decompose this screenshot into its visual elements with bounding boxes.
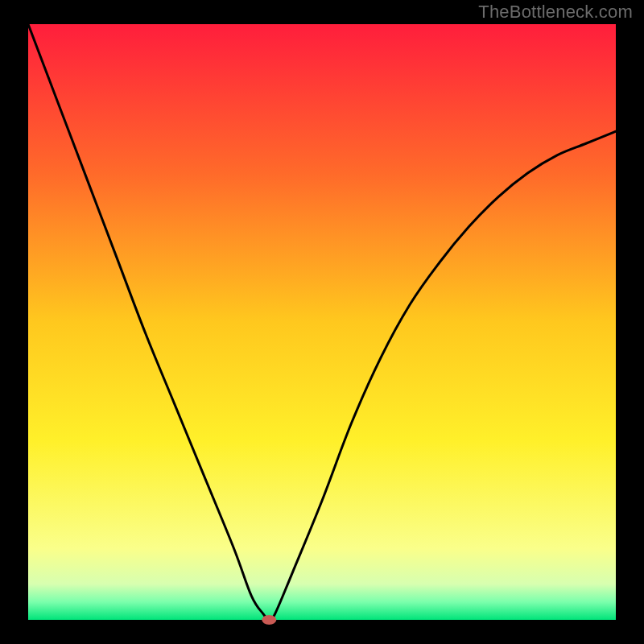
sweet-spot-marker <box>262 615 276 625</box>
chart-frame: TheBottleneck.com <box>0 0 644 644</box>
plot-background <box>28 24 616 620</box>
watermark-text: TheBottleneck.com <box>478 2 633 23</box>
bottleneck-chart <box>0 0 644 644</box>
